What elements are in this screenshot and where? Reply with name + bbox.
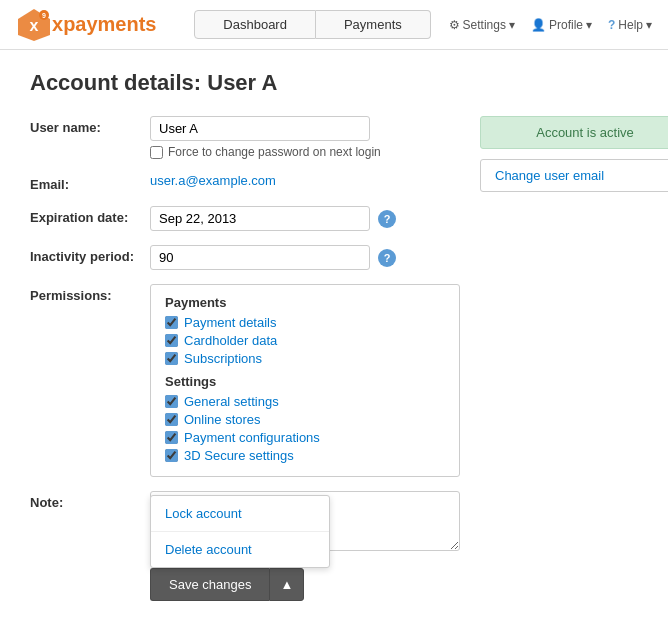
perm-general-settings: General settings bbox=[165, 394, 445, 409]
username-label: User name: bbox=[30, 116, 150, 135]
save-changes-button[interactable]: Save changes bbox=[150, 568, 269, 601]
force-password-checkbox[interactable] bbox=[150, 146, 163, 159]
permissions-row: Permissions: Payments Payment details Ca… bbox=[30, 284, 460, 477]
change-email-button[interactable]: Change user email bbox=[480, 159, 668, 192]
help-label: Help bbox=[618, 18, 643, 32]
main-layout: User name: Force to change password on n… bbox=[30, 116, 638, 601]
inactivity-input-group: ? bbox=[150, 245, 460, 270]
perm-online-stores-checkbox[interactable] bbox=[165, 413, 178, 426]
logo: x 9 xpayments bbox=[16, 7, 157, 43]
email-label: Email: bbox=[30, 173, 150, 192]
perm-payment-configurations: Payment configurations bbox=[165, 430, 445, 445]
perm-general-settings-label: General settings bbox=[184, 394, 279, 409]
perm-3d-secure-label: 3D Secure settings bbox=[184, 448, 294, 463]
save-btn-group: Save changes ▲ bbox=[150, 568, 304, 601]
username-input[interactable] bbox=[150, 116, 370, 141]
lock-account-item[interactable]: Lock account bbox=[151, 496, 329, 532]
email-row: Email: user.a@example.com bbox=[30, 173, 460, 192]
username-row: User name: Force to change password on n… bbox=[30, 116, 460, 159]
right-panel: Account is active Change user email bbox=[480, 116, 668, 601]
help-chevron-icon: ▾ bbox=[646, 18, 652, 32]
logo-payments: payments bbox=[63, 13, 156, 35]
perm-payment-details: Payment details bbox=[165, 315, 445, 330]
header: x 9 xpayments Dashboard Payments ⚙ Setti… bbox=[0, 0, 668, 50]
username-field: Force to change password on next login bbox=[150, 116, 460, 159]
save-button-area: Lock account Delete account Save changes… bbox=[150, 568, 304, 601]
arrow-up-icon: ▲ bbox=[280, 577, 293, 592]
inactivity-row: Inactivity period: ? bbox=[30, 245, 460, 270]
inactivity-label: Inactivity period: bbox=[30, 245, 150, 264]
perm-subscriptions: Subscriptions bbox=[165, 351, 445, 366]
perm-subscriptions-label: Subscriptions bbox=[184, 351, 262, 366]
page-title: Account details: User A bbox=[30, 70, 638, 96]
profile-icon: 👤 bbox=[531, 18, 546, 32]
perm-cardholder-data: Cardholder data bbox=[165, 333, 445, 348]
perm-payment-details-checkbox[interactable] bbox=[165, 316, 178, 329]
main-content: Account details: User A User name: Force… bbox=[0, 50, 668, 620]
permissions-label: Permissions: bbox=[30, 284, 150, 303]
nav-tab-payments[interactable]: Payments bbox=[316, 10, 431, 39]
inactivity-input[interactable] bbox=[150, 245, 370, 270]
perm-payment-configurations-label: Payment configurations bbox=[184, 430, 320, 445]
gear-icon: ⚙ bbox=[449, 18, 460, 32]
profile-link[interactable]: 👤 Profile ▾ bbox=[531, 18, 592, 32]
force-password-row: Force to change password on next login bbox=[150, 145, 460, 159]
expiration-input[interactable] bbox=[150, 206, 370, 231]
expiration-help-icon[interactable]: ? bbox=[378, 210, 396, 228]
settings-chevron-icon: ▾ bbox=[509, 18, 515, 32]
nav-tabs: Dashboard Payments bbox=[177, 10, 449, 39]
logo-text: xpayments bbox=[52, 13, 157, 36]
perm-online-stores-label: Online stores bbox=[184, 412, 261, 427]
svg-text:9: 9 bbox=[42, 12, 46, 19]
expiration-row: Expiration date: ? bbox=[30, 206, 460, 231]
settings-label: Settings bbox=[463, 18, 506, 32]
permissions-field: Payments Payment details Cardholder data… bbox=[150, 284, 460, 477]
expiration-input-group: ? bbox=[150, 206, 460, 231]
svg-text:x: x bbox=[30, 17, 39, 34]
inactivity-help-icon[interactable]: ? bbox=[378, 249, 396, 267]
perm-subscriptions-checkbox[interactable] bbox=[165, 352, 178, 365]
help-link[interactable]: ? Help ▾ bbox=[608, 18, 652, 32]
perm-cardholder-data-checkbox[interactable] bbox=[165, 334, 178, 347]
permissions-box: Payments Payment details Cardholder data… bbox=[150, 284, 460, 477]
perm-3d-secure-settings: 3D Secure settings bbox=[165, 448, 445, 463]
save-dropdown-menu: Lock account Delete account bbox=[150, 495, 330, 568]
perm-payment-details-label: Payment details bbox=[184, 315, 277, 330]
profile-label: Profile bbox=[549, 18, 583, 32]
logo-icon: x 9 bbox=[16, 7, 52, 43]
note-label: Note: bbox=[30, 491, 150, 510]
settings-group-title: Settings bbox=[165, 374, 445, 389]
email-link[interactable]: user.a@example.com bbox=[150, 173, 276, 188]
help-icon: ? bbox=[608, 18, 615, 32]
email-field: user.a@example.com bbox=[150, 173, 460, 188]
account-status-badge: Account is active bbox=[480, 116, 668, 149]
perm-cardholder-data-label: Cardholder data bbox=[184, 333, 277, 348]
perm-online-stores: Online stores bbox=[165, 412, 445, 427]
profile-chevron-icon: ▾ bbox=[586, 18, 592, 32]
logo-x: x bbox=[52, 13, 63, 35]
save-arrow-button[interactable]: ▲ bbox=[269, 568, 304, 601]
payments-group-title: Payments bbox=[165, 295, 445, 310]
nav-tab-dashboard[interactable]: Dashboard bbox=[194, 10, 316, 39]
perm-payment-configurations-checkbox[interactable] bbox=[165, 431, 178, 444]
expiration-label: Expiration date: bbox=[30, 206, 150, 225]
settings-link[interactable]: ⚙ Settings ▾ bbox=[449, 18, 515, 32]
expiration-field: ? bbox=[150, 206, 460, 231]
form-section: User name: Force to change password on n… bbox=[30, 116, 460, 601]
header-right: ⚙ Settings ▾ 👤 Profile ▾ ? Help ▾ bbox=[449, 18, 652, 32]
delete-account-item[interactable]: Delete account bbox=[151, 532, 329, 567]
perm-general-settings-checkbox[interactable] bbox=[165, 395, 178, 408]
inactivity-field: ? bbox=[150, 245, 460, 270]
force-password-label: Force to change password on next login bbox=[168, 145, 381, 159]
perm-3d-secure-checkbox[interactable] bbox=[165, 449, 178, 462]
